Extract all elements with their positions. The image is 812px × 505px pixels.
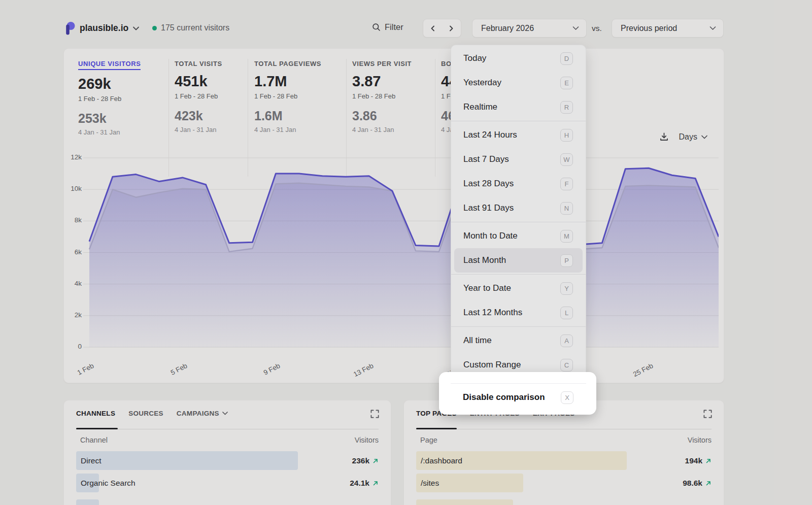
x-axis-label: 13 Feb — [345, 362, 375, 382]
metric-3[interactable]: TOTAL PAGEVIEWS1.7M1 Feb - 28 Feb1.6M4 J… — [254, 60, 321, 133]
metric-label: TOTAL PAGEVIEWS — [254, 60, 321, 68]
metric-period: 1 Feb - 28 Feb — [352, 92, 412, 100]
menu-item-label: Disable comparison — [463, 392, 545, 402]
tab-sources[interactable]: SOURCES — [128, 410, 163, 417]
menu-item-last-91-days[interactable]: Last 91 DaysN — [451, 196, 586, 220]
x-axis-label: 9 Feb — [252, 362, 281, 382]
row-value: 98.6k — [683, 474, 712, 492]
menu-item-last-month[interactable]: Last MonthP — [454, 248, 583, 273]
visitors-chart[interactable] — [83, 153, 719, 352]
fullscreen-button[interactable] — [703, 409, 713, 419]
tabs-divider — [76, 429, 379, 429]
shortcut-key-badge: Y — [560, 282, 573, 295]
date-range-menu: TodayDYesterdayERealtimeRLast 24 HoursHL… — [451, 45, 586, 408]
shortcut-key-badge: A — [560, 334, 573, 347]
comparison-label: Previous period — [621, 24, 677, 33]
menu-divider — [451, 222, 586, 222]
tab-campaigns[interactable]: CAMPAIGNS — [177, 410, 228, 417]
y-axis-label: 6k — [65, 248, 82, 256]
menu-item-last-24-hours[interactable]: Last 24 HoursH — [451, 123, 586, 147]
menu-item-label: Realtime — [463, 102, 497, 112]
menu-item-month-to-date[interactable]: Month to DateM — [451, 224, 586, 248]
shortcut-key-badge: W — [560, 153, 573, 166]
menu-item-label: Last 28 Days — [463, 179, 514, 189]
shortcut-key-badge: N — [560, 202, 573, 215]
menu-item-last-7-days[interactable]: Last 7 DaysW — [451, 147, 586, 172]
menu-item-year-to-date[interactable]: Year to DateY — [451, 276, 586, 300]
y-axis-label: 8k — [65, 216, 82, 224]
menu-item-realtime[interactable]: RealtimeR — [451, 95, 586, 119]
table-row-clipped — [76, 499, 379, 505]
metric-1[interactable]: UNIQUE VISITORS269k1 Feb - 28 Feb253k4 J… — [78, 60, 141, 136]
metric-4[interactable]: VIEWS PER VISIT3.871 Feb - 28 Feb3.864 J… — [352, 60, 412, 133]
plausible-logo-icon — [64, 21, 75, 35]
metric-label: UNIQUE VISITORS — [78, 60, 141, 70]
row-value: 194k — [685, 451, 712, 470]
channel-column-header: Channel — [80, 436, 108, 444]
row-bar — [416, 499, 513, 505]
menu-item-all-time[interactable]: All timeA — [451, 328, 586, 353]
shortcut-key-badge: D — [560, 52, 573, 65]
interval-select[interactable]: Days — [679, 132, 707, 142]
menu-item-last-12-months[interactable]: Last 12 MonthsL — [451, 300, 586, 325]
row-label: Direct — [81, 451, 101, 470]
menu-item-yesterday[interactable]: YesterdayE — [451, 71, 586, 95]
site-name: plausible.io — [80, 23, 128, 33]
metric-2[interactable]: TOTAL VISITS451k1 Feb - 28 Feb423k4 Jan … — [175, 60, 222, 133]
menu-item-label: Yesterday — [463, 78, 501, 88]
menu-item-label: Year to Date — [463, 283, 511, 293]
fullscreen-button[interactable] — [370, 409, 380, 419]
download-button[interactable] — [659, 132, 669, 142]
shortcut-key-badge: H — [560, 129, 573, 142]
table-row[interactable]: Organic Search24.1k — [76, 474, 379, 493]
previous-period-button[interactable] — [423, 19, 442, 37]
shortcut-key-badge: P — [560, 254, 573, 267]
metric-period: 1 Feb - 28 Feb — [254, 92, 321, 100]
tab-channels[interactable]: CHANNELS — [76, 410, 115, 417]
menu-divider — [451, 383, 586, 384]
site-switcher[interactable]: plausible.io — [64, 21, 139, 35]
current-visitors[interactable]: 175 current visitors — [152, 23, 229, 32]
menu-item-label: Last 12 Months — [463, 308, 522, 318]
next-period-button[interactable] — [442, 19, 461, 37]
menu-item-last-28-days[interactable]: Last 28 DaysF — [451, 172, 586, 196]
current-area — [89, 168, 719, 347]
period-nav — [423, 19, 461, 38]
table-row[interactable]: /:dashboard194k — [416, 451, 712, 470]
x-axis-label: 5 Feb — [159, 362, 188, 382]
table-row[interactable]: Direct236k — [76, 451, 379, 470]
pages-card: TOP PAGES ENTRY PAGES EXIT PAGES Page Vi… — [403, 400, 724, 505]
metric-value: 269k — [78, 76, 141, 92]
y-axis-label: 4k — [65, 280, 82, 287]
menu-item-label: Last 7 Days — [463, 154, 509, 164]
filter-button[interactable]: Filter — [372, 22, 403, 32]
menu-item-disable-comparison[interactable]: Disable comparison X — [463, 384, 573, 411]
chevron-down-icon — [133, 26, 139, 30]
metric-prev-period: 4 Jan - 31 Jan — [175, 126, 222, 133]
disable-comparison-spotlight: Disable comparison X — [439, 372, 596, 415]
comparison-select[interactable]: Previous period — [612, 19, 724, 38]
table-row-clipped — [416, 499, 712, 505]
row-label: /:dashboard — [421, 451, 462, 470]
row-label: Organic Search — [81, 474, 136, 492]
menu-divider — [451, 121, 586, 121]
date-range-select[interactable]: February 2026 — [472, 19, 587, 38]
table-row[interactable]: /sites98.6k — [416, 474, 712, 493]
filter-label: Filter — [385, 22, 403, 32]
x-axis-label: 1 Feb — [65, 362, 95, 382]
active-tab-indicator — [416, 428, 457, 429]
metric-prev-value: 423k — [175, 109, 222, 123]
row-bar — [76, 499, 99, 505]
x-axis-label: 25 Feb — [625, 362, 654, 382]
menu-item-today[interactable]: TodayD — [451, 46, 586, 71]
shortcut-key-badge: F — [560, 178, 573, 190]
trend-up-icon — [705, 458, 712, 464]
shortcut-key-badge: X — [561, 391, 573, 404]
search-icon — [372, 23, 381, 31]
visitors-column-header: Visitors — [355, 436, 379, 444]
metric-prev-period: 4 Jan - 31 Jan — [352, 126, 412, 133]
download-icon — [659, 132, 669, 142]
shortcut-key-badge: C — [560, 359, 573, 372]
fullscreen-icon — [703, 409, 713, 419]
vs-label: vs. — [592, 24, 602, 33]
